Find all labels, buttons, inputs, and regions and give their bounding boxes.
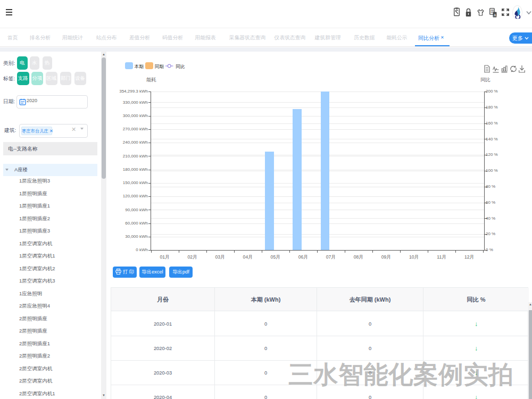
svg-text:A: A [494, 13, 496, 17]
